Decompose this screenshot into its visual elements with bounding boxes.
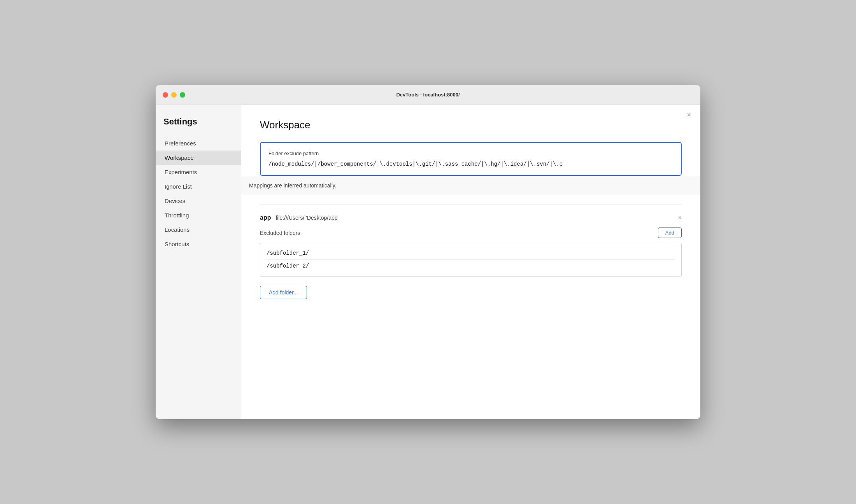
sidebar-item-throttling[interactable]: Throttling	[156, 208, 241, 222]
window-title: DevTools - localhost:8000/	[396, 92, 460, 98]
workspace-entry-path: file:///Users/ 'Desktop/app	[275, 215, 678, 221]
sidebar: Settings Preferences Workspace Experimen…	[156, 105, 241, 419]
list-item: /subfolder_2/	[267, 260, 675, 272]
sidebar-item-workspace[interactable]: Workspace	[156, 150, 241, 165]
folder-exclude-section: Folder exclude pattern	[260, 142, 682, 176]
folder-exclude-input[interactable]	[268, 161, 673, 167]
excluded-folders-row: Excluded folders Add	[260, 228, 682, 238]
fullscreen-traffic-light[interactable]	[180, 92, 185, 98]
minimize-traffic-light[interactable]	[171, 92, 177, 98]
workspace-entry-name: app	[260, 214, 271, 221]
workspace-entry: app file:///Users/ 'Desktop/app × Exclud…	[260, 214, 682, 276]
content-area: × Workspace Folder exclude pattern Mappi…	[241, 105, 700, 419]
sidebar-item-preferences[interactable]: Preferences	[156, 136, 241, 150]
list-item: /subfolder_1/	[267, 247, 675, 260]
mappings-info: Mappings are inferred automatically.	[241, 176, 700, 195]
page-title: Workspace	[260, 119, 682, 131]
main-layout: Settings Preferences Workspace Experimen…	[156, 105, 700, 419]
excluded-folders-label: Excluded folders	[260, 230, 658, 236]
folder-exclude-label: Folder exclude pattern	[268, 150, 673, 156]
titlebar: DevTools - localhost:8000/	[156, 85, 700, 105]
sidebar-item-experiments[interactable]: Experiments	[156, 165, 241, 179]
window: DevTools - localhost:8000/ Settings Pref…	[156, 85, 700, 419]
close-button[interactable]: ×	[687, 111, 691, 118]
settings-heading: Settings	[156, 117, 241, 136]
sidebar-item-devices[interactable]: Devices	[156, 194, 241, 208]
workspace-entry-header: app file:///Users/ 'Desktop/app ×	[260, 214, 682, 221]
section-divider	[260, 205, 682, 205]
sidebar-item-ignore-list[interactable]: Ignore List	[156, 179, 241, 194]
add-excluded-folder-button[interactable]: Add	[658, 228, 682, 238]
folders-list: /subfolder_1/ /subfolder_2/	[260, 243, 682, 276]
add-folder-button[interactable]: Add folder...	[260, 286, 307, 299]
close-traffic-light[interactable]	[163, 92, 168, 98]
sidebar-item-locations[interactable]: Locations	[156, 222, 241, 237]
sidebar-item-shortcuts[interactable]: Shortcuts	[156, 237, 241, 251]
workspace-entry-remove-button[interactable]: ×	[678, 214, 682, 221]
traffic-lights	[163, 92, 185, 98]
